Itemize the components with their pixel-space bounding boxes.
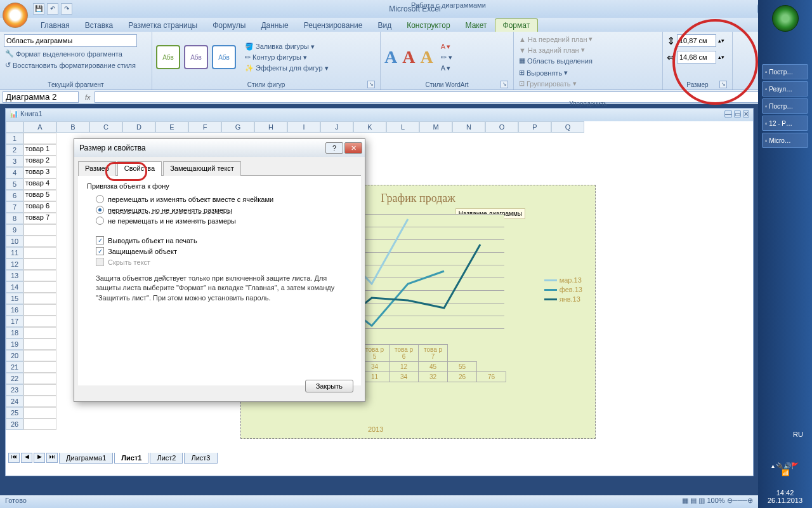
cell[interactable] (23, 338, 56, 350)
formula-input[interactable] (95, 91, 809, 103)
row-header[interactable]: 10 (6, 236, 23, 247)
qat-button[interactable]: 💾 (33, 3, 44, 15)
row-header[interactable]: 3 (6, 156, 23, 167)
shape-effects-button[interactable]: ✨Эффекты для фигур ▾ (244, 64, 330, 73)
text-effects-button[interactable]: A ▾ (440, 64, 454, 73)
row-header[interactable]: 14 (6, 281, 23, 293)
ribbon-tab-context[interactable]: Макет (458, 19, 495, 32)
ribbon-tab[interactable]: Вставка (77, 19, 121, 32)
taskbar-item[interactable]: ▫ Резул… (762, 81, 808, 97)
cell[interactable] (23, 258, 56, 270)
sheet-nav-button[interactable]: ⏮ (8, 453, 20, 463)
cell[interactable]: товар 4 (23, 178, 56, 190)
taskbar-item[interactable]: ▫ Постр… (762, 64, 808, 79)
column-header[interactable]: L (386, 121, 419, 133)
selection-pane-button[interactable]: ▦ Область выделения (518, 56, 597, 65)
row-header[interactable]: 23 (6, 384, 23, 396)
sheet-tab[interactable]: Диаграмма1 (59, 453, 113, 464)
dialog-tab[interactable]: Замещающий текст (163, 161, 241, 176)
ribbon-tab-context[interactable]: Формат (495, 18, 539, 32)
shape-outline-button[interactable]: ✏Контур фигуры ▾ (244, 53, 330, 62)
column-header[interactable]: I (287, 121, 320, 133)
column-header[interactable]: E (155, 121, 188, 133)
row-header[interactable]: 8 (6, 213, 23, 224)
dialog-launcher-icon[interactable]: ↘ (367, 81, 375, 88)
cell[interactable]: товар 3 (23, 167, 56, 178)
row-header[interactable]: 13 (6, 270, 23, 281)
sheet-tab[interactable]: Лист3 (184, 453, 217, 464)
row-header[interactable]: 4 (6, 167, 23, 178)
column-header[interactable]: M (419, 121, 452, 133)
taskbar-item[interactable]: ▫ Постр… (762, 98, 808, 114)
cell[interactable] (23, 384, 56, 396)
name-box[interactable] (3, 91, 79, 103)
column-header[interactable]: H (254, 121, 287, 133)
align-button[interactable]: ⊞ Выровнять ▾ (518, 68, 578, 77)
dialog-launcher-icon[interactable]: ↘ (719, 81, 727, 88)
cell[interactable]: товар 2 (23, 156, 56, 167)
group-button[interactable]: ⊡ Группировать ▾ (518, 79, 578, 88)
column-header[interactable]: N (452, 121, 485, 133)
column-header[interactable]: B (56, 121, 89, 133)
dialog-launcher-icon[interactable]: ↘ (501, 81, 508, 88)
checkbox-option[interactable]: Защищаемый объект (96, 247, 352, 255)
shape-style-sample[interactable]: Абв (212, 45, 236, 69)
row-header[interactable]: 16 (6, 304, 23, 316)
cell[interactable] (23, 327, 56, 338)
row-header[interactable]: 7 (6, 201, 23, 213)
cell[interactable] (23, 361, 56, 373)
column-header[interactable]: F (188, 121, 221, 133)
row-header[interactable]: 22 (6, 373, 23, 384)
cell[interactable] (23, 373, 56, 384)
row-header[interactable]: 2 (6, 144, 23, 156)
wordart-gallery[interactable]: AAA (384, 47, 433, 67)
cell[interactable] (23, 236, 56, 247)
legend-item[interactable]: янв.13 (544, 295, 582, 303)
wb-close[interactable]: ✕ (743, 110, 749, 118)
cell[interactable] (23, 281, 56, 293)
row-header[interactable]: 18 (6, 327, 23, 338)
column-header[interactable]: K (353, 121, 386, 133)
checkbox-option[interactable]: Выводить объект на печать (96, 236, 352, 244)
row-header[interactable]: 25 (6, 407, 23, 418)
cell[interactable]: товар 6 (23, 201, 56, 213)
row-header[interactable]: 26 (6, 418, 23, 430)
row-header[interactable]: 24 (6, 396, 23, 407)
ribbon-tab[interactable]: Рецензирование (296, 19, 370, 32)
row-header[interactable]: 5 (6, 178, 23, 190)
row-header[interactable]: 1 (6, 133, 23, 144)
dialog-tab[interactable]: Свойства (117, 161, 162, 176)
zoom-controls[interactable]: ▦ ▤ ▥ 100% ⊖───⊕ (682, 497, 753, 507)
dialog-help-button[interactable]: ? (325, 142, 343, 154)
row-header[interactable]: 17 (6, 316, 23, 327)
cell[interactable] (23, 316, 56, 327)
ribbon-tab[interactable]: Формулы (205, 19, 253, 32)
sheet-tab[interactable]: Лист1 (114, 453, 148, 464)
cell[interactable] (23, 350, 56, 361)
column-header[interactable]: D (122, 121, 155, 133)
wordart-sample[interactable]: A (420, 47, 433, 67)
sheet-nav-button[interactable]: ⏭ (46, 453, 58, 463)
cell[interactable] (23, 407, 56, 418)
taskbar-item[interactable]: ▫ 12 - P… (762, 116, 808, 131)
ribbon-tab[interactable]: Главная (33, 19, 77, 32)
column-header[interactable]: Q (551, 121, 584, 133)
column-header[interactable]: O (485, 121, 518, 133)
sheet-nav-button[interactable]: ▶ (34, 453, 45, 463)
qat-button[interactable]: ↷ (61, 3, 72, 15)
row-header[interactable]: 6 (6, 190, 23, 201)
start-button[interactable] (772, 5, 799, 32)
dialog-tab[interactable]: Размер (78, 161, 116, 176)
shape-style-sample[interactable]: Абв (156, 45, 180, 69)
column-header[interactable]: P (518, 121, 551, 133)
ribbon-tab[interactable]: Вид (370, 19, 399, 32)
row-header[interactable]: 11 (6, 247, 23, 258)
row-header[interactable]: 12 (6, 258, 23, 270)
language-indicator[interactable]: RU (793, 431, 803, 438)
row-header[interactable]: 19 (6, 338, 23, 350)
cell[interactable] (23, 293, 56, 304)
taskbar-item[interactable]: ▫ Micro… (762, 133, 808, 148)
office-button[interactable] (3, 3, 28, 28)
qat-button[interactable]: ↶ (47, 3, 58, 15)
cell[interactable] (23, 418, 56, 430)
